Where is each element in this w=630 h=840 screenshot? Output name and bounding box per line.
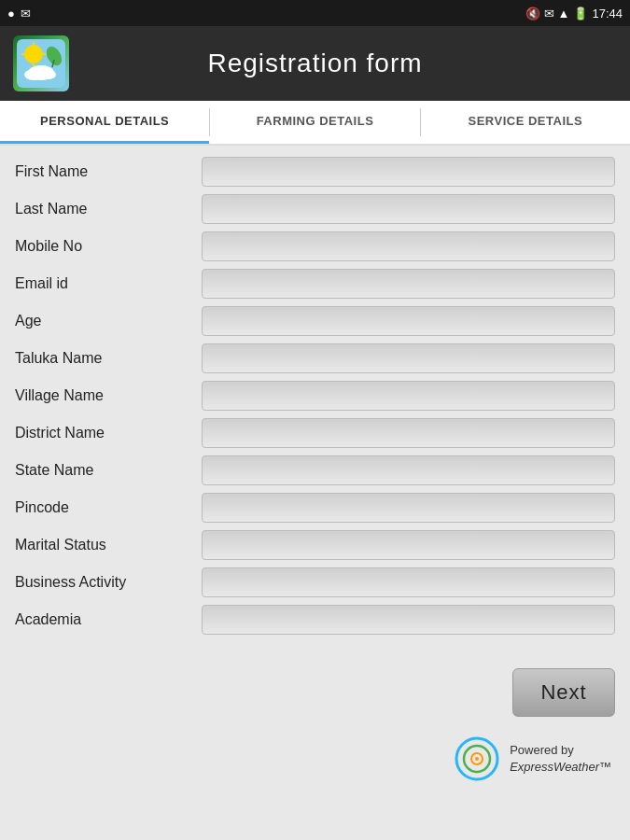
gmail-icon: ✉ (21, 7, 31, 21)
status-bar: ● ✉ 🔇 ✉ ▲ 🔋 17:44 (0, 0, 630, 26)
input-mobile-no[interactable] (202, 231, 615, 261)
form-row-taluka-name: Taluka Name (15, 343, 615, 373)
input-taluka-name[interactable] (202, 343, 615, 373)
form-row-pincode: Pincode (15, 493, 615, 523)
form-row-age: Age (15, 306, 615, 336)
svg-point-7 (24, 69, 43, 80)
app-title: Registration form (86, 49, 544, 78)
svg-point-14 (475, 757, 479, 761)
label-email-id: Email id (15, 275, 202, 292)
tab-personal-details[interactable]: PERSONAL DETAILS (0, 101, 209, 144)
input-business-activity[interactable] (202, 567, 615, 597)
form-area: First NameLast NameMobile NoEmail idAgeT… (0, 146, 630, 653)
wifi-icon: ✉ (544, 7, 554, 21)
input-village-name[interactable] (202, 381, 615, 411)
form-row-mobile-no: Mobile No (15, 231, 615, 261)
input-last-name[interactable] (202, 194, 615, 224)
mute-icon: 🔇 (525, 7, 540, 21)
battery-icon: 🔋 (573, 7, 588, 21)
footer: Powered by ExpressWeather™ (0, 724, 630, 793)
label-mobile-no: Mobile No (15, 238, 202, 255)
tab-service-details[interactable]: SERVICE DETAILS (421, 101, 630, 144)
sim-icon: ● (7, 7, 15, 21)
label-pincode: Pincode (15, 499, 202, 516)
expressweather-logo (454, 735, 500, 782)
input-first-name[interactable] (202, 157, 615, 187)
form-row-email-id: Email id (15, 269, 615, 299)
label-last-name: Last Name (15, 201, 202, 217)
input-marital-status[interactable] (202, 530, 615, 560)
label-first-name: First Name (15, 163, 202, 180)
label-taluka-name: Taluka Name (15, 350, 202, 367)
form-row-last-name: Last Name (15, 194, 615, 224)
input-district-name[interactable] (202, 418, 615, 448)
svg-point-8 (41, 70, 56, 79)
signal-icon: ▲ (558, 7, 570, 21)
label-district-name: District Name (15, 425, 202, 441)
powered-by-text: Powered by ExpressWeather™ (510, 742, 611, 776)
label-age: Age (15, 313, 202, 329)
form-row-first-name: First Name (15, 157, 615, 187)
next-button[interactable]: Next (512, 668, 615, 717)
app-logo (11, 34, 71, 93)
next-button-area: Next (0, 653, 630, 724)
label-marital-status: Marital Status (15, 537, 202, 553)
label-state-name: State Name (15, 462, 202, 479)
svg-point-1 (24, 45, 43, 63)
clock: 17:44 (592, 7, 623, 21)
input-pincode[interactable] (202, 493, 615, 523)
app-header: Registration form (0, 26, 630, 101)
form-row-village-name: Village Name (15, 381, 615, 411)
tab-farming-details[interactable]: FARMING DETAILS (210, 101, 419, 144)
app-logo-svg (17, 39, 65, 88)
tab-bar: PERSONAL DETAILS FARMING DETAILS SERVICE… (0, 101, 630, 146)
input-academia[interactable] (202, 605, 615, 635)
label-business-activity: Business Activity (15, 574, 202, 591)
form-row-business-activity: Business Activity (15, 567, 615, 597)
label-village-name: Village Name (15, 387, 202, 404)
form-row-marital-status: Marital Status (15, 530, 615, 560)
input-state-name[interactable] (202, 455, 615, 485)
form-row-district-name: District Name (15, 418, 615, 448)
form-row-academia: Academia (15, 605, 615, 635)
input-email-id[interactable] (202, 269, 615, 299)
form-row-state-name: State Name (15, 455, 615, 485)
input-age[interactable] (202, 306, 615, 336)
label-academia: Academia (15, 611, 202, 628)
